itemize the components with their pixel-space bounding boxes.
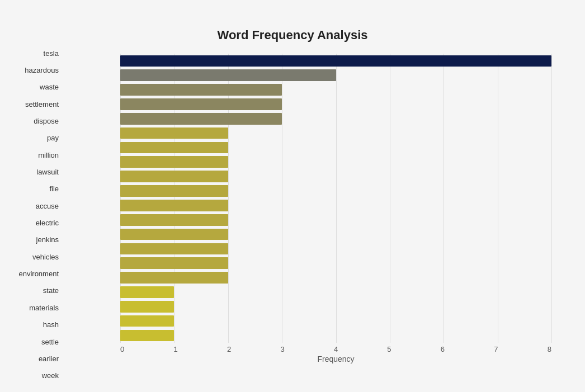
bar-label: environment [11, 265, 64, 282]
chart-container: Word Frequency Analysis 012345678 Freque… [11, 11, 574, 392]
y-labels: teslahazardouswastesettlementdisposepaym… [11, 45, 64, 384]
bar-label: earlier [11, 350, 64, 367]
bar-fill [120, 98, 282, 110]
bar-label: file [11, 181, 64, 197]
x-axis: 012345678 Frequency [120, 345, 551, 362]
bar-row [120, 328, 551, 343]
bar-fill [120, 243, 228, 255]
bar-row [120, 140, 551, 155]
bar-fill [120, 257, 228, 269]
bar-row [120, 271, 551, 285]
bar-fill [120, 156, 228, 168]
bar-row [120, 54, 551, 68]
bar-label: vehicles [11, 248, 64, 265]
x-axis-label: Frequency [120, 355, 551, 363]
bar-label: tesla [11, 45, 64, 62]
chart-title: Word Frequency Analysis [34, 28, 551, 42]
bar-fill [120, 185, 228, 197]
bar-row [120, 198, 551, 212]
bar-fill [120, 55, 551, 67]
bar-fill [120, 286, 174, 298]
bar-label: accuse [11, 197, 64, 214]
bar-row [120, 227, 551, 242]
bar-row [120, 314, 551, 328]
bar-fill [120, 69, 336, 81]
bar-fill [120, 301, 174, 313]
bar-label: hazardous [11, 62, 64, 78]
bar-row [120, 68, 551, 83]
bar-label: million [11, 147, 64, 163]
bar-row [120, 184, 551, 199]
bar-label: dispose [11, 112, 64, 129]
bar-fill [120, 84, 282, 96]
bar-label: state [11, 282, 64, 299]
bar-label: settle [11, 333, 64, 350]
bars-container [120, 54, 551, 343]
bar-label: jenkins [11, 232, 64, 248]
bar-fill [120, 315, 174, 327]
bar-row [120, 285, 551, 300]
bar-row [120, 299, 551, 314]
bar-fill [120, 229, 228, 240]
bar-row [120, 111, 551, 126]
bar-label: week [11, 367, 64, 384]
bar-row [120, 155, 551, 169]
bar-row [120, 126, 551, 140]
bar-row [120, 97, 551, 112]
bar-fill [120, 142, 228, 154]
bar-label: electric [11, 214, 64, 231]
bar-fill [120, 214, 228, 226]
bar-row [120, 242, 551, 256]
bar-label: pay [11, 130, 64, 147]
bar-label: hash [11, 317, 64, 333]
bar-fill [120, 272, 228, 284]
bar-fill [120, 113, 282, 125]
bar-fill [120, 127, 228, 139]
bar-fill [120, 200, 228, 211]
bar-row [120, 212, 551, 227]
bar-label: settlement [11, 96, 64, 112]
bar-row [120, 169, 551, 184]
bar-fill [120, 330, 174, 342]
bar-label: materials [11, 299, 64, 316]
bar-fill [120, 171, 228, 182]
bar-label: lawsuit [11, 163, 64, 180]
bar-row [120, 256, 551, 271]
bar-row [120, 83, 551, 97]
bar-label: waste [11, 79, 64, 96]
